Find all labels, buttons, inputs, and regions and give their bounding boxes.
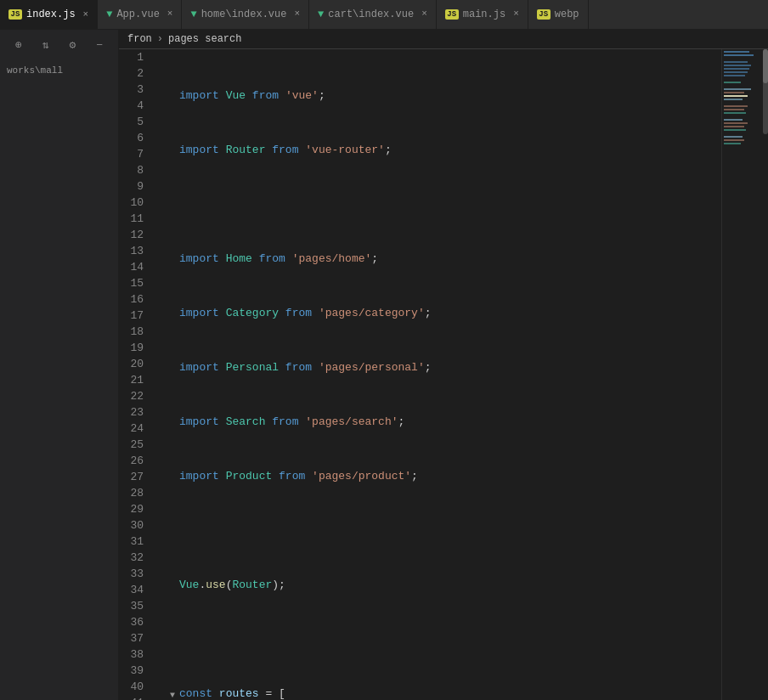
tab-label: index.js bbox=[26, 8, 76, 20]
code-line-9 bbox=[166, 522, 721, 539]
svg-rect-21 bbox=[724, 143, 741, 144]
svg-rect-7 bbox=[724, 82, 741, 83]
svg-rect-15 bbox=[724, 119, 743, 121]
tab-label: App.vue bbox=[116, 8, 159, 20]
svg-rect-13 bbox=[724, 109, 744, 110]
tab-webp[interactable]: JS webp bbox=[528, 0, 589, 29]
svg-rect-0 bbox=[724, 51, 749, 53]
svg-rect-20 bbox=[724, 139, 744, 141]
svg-rect-8 bbox=[724, 88, 751, 90]
tab-label: cart\index.vue bbox=[328, 8, 414, 20]
tab-close-icon[interactable]: × bbox=[294, 9, 300, 19]
tab-label: main.js bbox=[463, 8, 505, 20]
line-numbers: 1 2 3 4 5 6 7 8 9 10 11 12 13 14 15 16 1… bbox=[119, 49, 157, 700]
tab-label: webp bbox=[555, 8, 579, 20]
svg-rect-2 bbox=[724, 61, 748, 63]
sidebar-toolbar: ⊕ ⇅ ⚙ − bbox=[0, 30, 118, 60]
tab-main-js[interactable]: JS main.js × bbox=[437, 0, 528, 29]
sidebar: ⊕ ⇅ ⚙ − works\mall bbox=[0, 30, 119, 700]
tab-close-icon[interactable]: × bbox=[167, 9, 173, 19]
tab-home-index-vue[interactable]: ▼ home\index.vue × bbox=[182, 0, 309, 29]
svg-rect-17 bbox=[724, 126, 744, 127]
js-icon: JS bbox=[445, 9, 459, 20]
minimize-icon[interactable]: − bbox=[88, 33, 111, 57]
minimap bbox=[721, 49, 768, 700]
code-line-8: import Product from 'pages/product'; bbox=[166, 468, 721, 484]
file-tree bbox=[0, 77, 118, 700]
code-line-7: import Search from 'pages/search'; bbox=[166, 414, 721, 430]
svg-rect-4 bbox=[724, 68, 749, 70]
tab-app-vue[interactable]: ▼ App.vue × bbox=[98, 0, 182, 29]
code-line-5: import Category from 'pages/category'; bbox=[166, 305, 721, 321]
code-line-2: import Router from 'vue-router'; bbox=[166, 142, 721, 158]
vue-icon: ▼ bbox=[106, 8, 112, 20]
svg-rect-3 bbox=[724, 65, 751, 66]
code-line-4: import Home from 'pages/home'; bbox=[166, 251, 721, 267]
add-icon[interactable]: ⊕ bbox=[7, 33, 31, 57]
svg-rect-11 bbox=[724, 99, 743, 100]
code-line-12: ▼ const routes = [ bbox=[166, 686, 721, 700]
svg-rect-14 bbox=[724, 112, 746, 114]
code-line-3 bbox=[166, 196, 721, 212]
js-icon: JS bbox=[537, 9, 551, 20]
breadcrumb-segment-2: pages search bbox=[168, 33, 241, 45]
fold-arrow-12[interactable]: ▼ bbox=[166, 687, 179, 701]
tab-index-js[interactable]: JS index.js × bbox=[0, 0, 98, 29]
tab-label: home\index.vue bbox=[201, 8, 287, 20]
breadcrumb-arrow: › bbox=[157, 33, 163, 45]
code-line-1: import Vue from 'vue'; bbox=[166, 88, 721, 104]
svg-rect-19 bbox=[724, 136, 743, 138]
code-content[interactable]: import Vue from 'vue'; import Router fro… bbox=[157, 49, 721, 700]
tab-close-icon[interactable]: × bbox=[83, 10, 89, 20]
svg-rect-1 bbox=[724, 54, 754, 56]
tab-bar: JS index.js × ▼ App.vue × ▼ home\index.v… bbox=[0, 0, 768, 30]
tab-close-icon[interactable]: × bbox=[513, 9, 519, 19]
svg-rect-6 bbox=[724, 75, 745, 76]
code-line-10: Vue.use(Router); bbox=[166, 577, 721, 593]
code-editor[interactable]: 1 2 3 4 5 6 7 8 9 10 11 12 13 14 15 16 1… bbox=[119, 49, 768, 700]
settings-icon[interactable]: ⚙ bbox=[61, 33, 85, 57]
tab-cart-index-vue[interactable]: ▼ cart\index.vue × bbox=[309, 0, 437, 29]
svg-rect-18 bbox=[724, 129, 746, 131]
svg-rect-12 bbox=[724, 105, 748, 107]
svg-rect-23 bbox=[763, 49, 768, 83]
main-area: ⊕ ⇅ ⚙ − works\mall fron › pages search 1… bbox=[0, 30, 768, 700]
collapse-icon[interactable]: ⇅ bbox=[34, 33, 58, 57]
vue-icon: ▼ bbox=[190, 8, 196, 20]
svg-rect-10 bbox=[724, 95, 748, 97]
svg-rect-9 bbox=[724, 92, 744, 93]
svg-rect-16 bbox=[724, 122, 748, 124]
code-line-6: import Personal from 'pages/personal'; bbox=[166, 359, 721, 375]
editor-area: fron › pages search 1 2 3 4 5 6 7 8 9 10… bbox=[119, 30, 768, 700]
breadcrumb-segment-1: fron bbox=[127, 33, 152, 45]
svg-rect-5 bbox=[724, 71, 748, 73]
breadcrumb: fron › pages search bbox=[119, 30, 768, 49]
vue-icon: ▼ bbox=[318, 8, 324, 20]
js-icon: JS bbox=[8, 9, 22, 20]
sidebar-project-label: works\mall bbox=[0, 60, 118, 77]
tab-close-icon[interactable]: × bbox=[421, 9, 427, 19]
code-line-11 bbox=[166, 631, 721, 647]
